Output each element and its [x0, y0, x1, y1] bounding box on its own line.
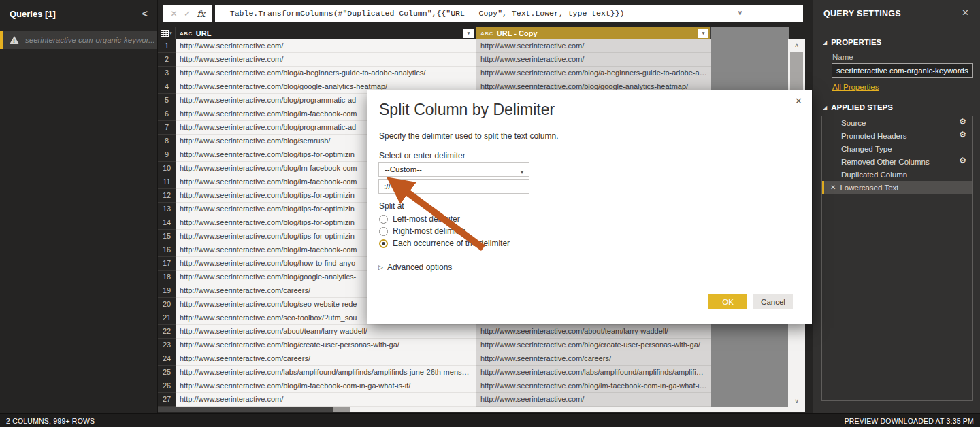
applied-step[interactable]: Promoted Headers⚙	[822, 129, 972, 142]
cell-url-copy[interactable]: http://www.seerinteractive.com/labs/ampl…	[476, 366, 711, 379]
row-number[interactable]: 22	[158, 325, 176, 339]
filter-button[interactable]: ▾	[698, 29, 708, 38]
scroll-down-icon[interactable]: ∨	[788, 396, 805, 407]
delimiter-dropdown[interactable]: --Custom-- ▾	[378, 162, 529, 177]
row-number[interactable]: 20	[158, 298, 176, 311]
cell-url-copy[interactable]: http://www.seerinteractive.com/	[476, 39, 711, 53]
cell-url[interactable]: http://www.seerinteractive.com/	[176, 39, 476, 53]
applied-step[interactable]: Changed Type	[822, 142, 972, 155]
row-number[interactable]: 18	[158, 271, 176, 284]
radio-option[interactable]: Right-most delimiter	[379, 225, 510, 237]
row-number[interactable]: 16	[158, 243, 176, 257]
applied-steps-section-header[interactable]: ◢ APPLIED STEPS	[823, 103, 893, 112]
cell-url-copy[interactable]: http://www.seerinteractive.com/blog/crea…	[476, 339, 711, 352]
commit-formula-icon[interactable]: ✓	[184, 9, 191, 18]
section-expand-icon: ◢	[823, 39, 827, 46]
vertical-scrollbar-thumb[interactable]	[790, 52, 803, 92]
row-number[interactable]: 19	[158, 284, 176, 298]
applied-step[interactable]: Source⚙	[822, 116, 972, 129]
cell-url[interactable]: http://www.seerinteractive.com/	[176, 393, 476, 407]
custom-delimiter-input[interactable]	[378, 179, 529, 194]
formula-input[interactable]: = Table.TransformColumns(#"Duplicated Co…	[215, 5, 803, 22]
row-number[interactable]: 21	[158, 311, 176, 325]
column-header-url[interactable]: ABC URL ▾	[176, 27, 476, 39]
collapse-panel-icon[interactable]: <	[142, 8, 148, 19]
row-number[interactable]: 25	[158, 366, 176, 379]
delete-step-icon[interactable]: ✕	[830, 184, 836, 191]
row-number[interactable]: 27	[158, 393, 176, 407]
all-properties-link[interactable]: All Properties	[832, 83, 879, 91]
row-number[interactable]: 3	[158, 67, 176, 80]
row-number[interactable]: 5	[158, 94, 176, 107]
row-number[interactable]: 2	[158, 53, 176, 67]
row-number[interactable]: 26	[158, 379, 176, 393]
table-row: 24http://www.seerinteractive.com/careers…	[158, 352, 711, 366]
radio-icon[interactable]	[379, 239, 388, 248]
cell-url[interactable]: http://www.seerinteractive.com/labs/ampl…	[176, 366, 476, 379]
cell-url[interactable]: http://www.seerinteractive.com/blog/lm-f…	[176, 379, 476, 393]
cell-url[interactable]: http://www.seerinteractive.com/about/tea…	[176, 325, 476, 339]
formula-expand-icon[interactable]: ∨	[738, 9, 742, 16]
table-row: 25http://www.seerinteractive.com/labs/am…	[158, 366, 711, 379]
expand-triangle-icon: ▷	[378, 264, 383, 271]
horizontal-scrollbar-thumb[interactable]	[333, 407, 350, 412]
applied-step[interactable]: Duplicated Column	[822, 168, 972, 181]
row-number[interactable]: 6	[158, 107, 176, 121]
gear-icon[interactable]: ⚙	[959, 156, 966, 165]
properties-section-header[interactable]: ◢ PROPERTIES	[823, 38, 881, 46]
column-header-url-copy[interactable]: ABC URL - Copy ▾	[476, 27, 711, 39]
status-bar: 2 COLUMNS, 999+ ROWS PREVIEW DOWNLOADED …	[0, 413, 980, 427]
power-bi-query-editor: Queries [1] < !seerinteractive com-organ…	[0, 0, 980, 427]
cell-url-copy[interactable]: http://www.seerinteractive.com/about/tea…	[476, 325, 711, 339]
row-number[interactable]: 13	[158, 203, 176, 216]
row-number[interactable]: 4	[158, 80, 176, 94]
cell-url-copy[interactable]: http://www.seerinteractive.com/	[476, 393, 711, 407]
split-at-label: Split at	[379, 201, 404, 211]
filter-button[interactable]: ▾	[463, 29, 474, 38]
close-icon[interactable]: ✕	[795, 96, 802, 106]
row-number[interactable]: 24	[158, 352, 176, 366]
query-settings-title: QUERY SETTINGS	[823, 9, 901, 18]
cell-url-copy[interactable]: http://www.seerinteractive.com/blog/a-be…	[476, 67, 711, 80]
row-number[interactable]: 1	[158, 39, 176, 53]
radio-option[interactable]: Left-most delimiter	[379, 213, 510, 225]
row-number[interactable]: 11	[158, 175, 176, 189]
query-item[interactable]: !seerinteractive com-organic-keywor...	[0, 31, 157, 49]
radio-option[interactable]: Each occurrence of the delimiter	[379, 237, 510, 250]
radio-icon[interactable]	[379, 227, 388, 236]
gear-icon[interactable]: ⚙	[959, 130, 966, 139]
radio-icon[interactable]	[379, 215, 388, 224]
advanced-options-toggle[interactable]: ▷ Advanced options	[378, 262, 452, 272]
cell-url[interactable]: http://www.seerinteractive.com/	[176, 53, 476, 67]
applied-step[interactable]: Removed Other Columns⚙	[822, 155, 972, 168]
row-number[interactable]: 7	[158, 121, 176, 135]
ok-button[interactable]: OK	[708, 294, 747, 309]
cancel-formula-icon[interactable]: ✕	[171, 9, 178, 18]
row-number[interactable]: 17	[158, 257, 176, 271]
row-number[interactable]: 9	[158, 148, 176, 162]
cell-url[interactable]: http://www.seerinteractive.com/blog/crea…	[176, 339, 476, 352]
fx-icon[interactable]: fx	[197, 9, 205, 19]
warning-mark: !	[13, 37, 15, 44]
row-number[interactable]: 10	[158, 162, 176, 175]
gear-icon[interactable]: ⚙	[959, 117, 966, 126]
row-number[interactable]: 14	[158, 216, 176, 230]
scroll-up-icon[interactable]: ∧	[788, 39, 805, 50]
applied-steps-list: Source⚙Promoted Headers⚙Changed TypeRemo…	[821, 116, 973, 401]
applied-step[interactable]: ✕Lowercased Text	[822, 181, 972, 194]
table-menu-button[interactable]: ▾	[158, 27, 176, 39]
row-number[interactable]: 15	[158, 230, 176, 243]
cell-url-copy[interactable]: http://www.seerinteractive.com/careers/	[476, 352, 711, 366]
name-input[interactable]	[832, 63, 973, 78]
row-number[interactable]: 12	[158, 189, 176, 203]
row-number[interactable]: 8	[158, 135, 176, 148]
cell-url-copy[interactable]: http://www.seerinteractive.com/blog/lm-f…	[476, 379, 711, 393]
horizontal-scrollbar[interactable]	[158, 407, 805, 412]
cell-url[interactable]: http://www.seerinteractive.com/blog/a-be…	[176, 67, 476, 80]
close-icon[interactable]: ✕	[962, 7, 969, 18]
cell-url[interactable]: http://www.seerinteractive.com/careers/	[176, 352, 476, 366]
grid-header: ▾ ABC URL ▾ ABC URL - Copy ▾	[158, 27, 711, 39]
cancel-button[interactable]: Cancel	[753, 294, 793, 309]
row-number[interactable]: 23	[158, 339, 176, 352]
cell-url-copy[interactable]: http://www.seerinteractive.com/	[476, 53, 711, 67]
